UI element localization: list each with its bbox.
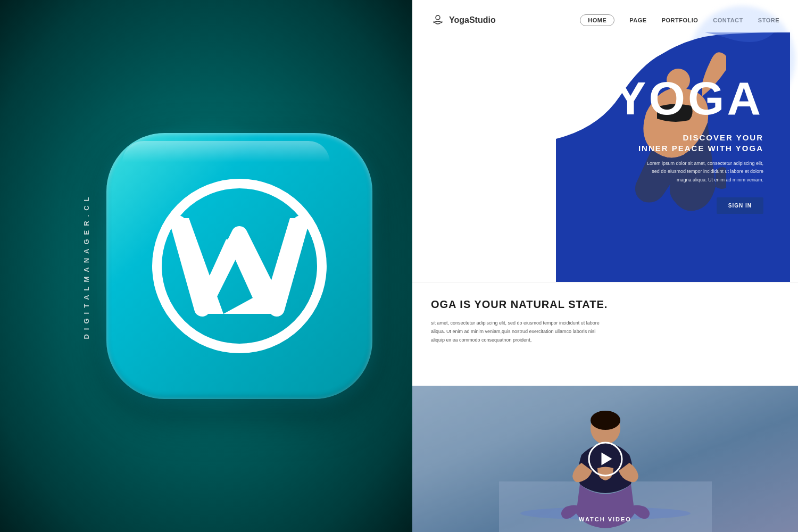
svg-point-7 bbox=[433, 21, 435, 23]
wordpress-icon bbox=[106, 133, 372, 399]
sign-in-button[interactable]: SIGN IN bbox=[717, 197, 763, 214]
site-logo: YogaStudio bbox=[431, 13, 496, 27]
watch-video-label: WATCH VIDEO bbox=[579, 516, 631, 522]
video-section: WATCH VIDEO bbox=[412, 386, 798, 532]
svg-point-8 bbox=[440, 21, 443, 23]
nav-portfolio[interactable]: PORTFOLIO bbox=[662, 17, 699, 23]
svg-point-6 bbox=[436, 15, 440, 20]
left-panel: DIGITALMANAGER.CL bbox=[0, 0, 412, 532]
play-button[interactable] bbox=[588, 442, 622, 476]
natural-state-text: sit amet, consectetur adipiscing elit, s… bbox=[431, 319, 633, 345]
website-top: YogaStudio HOME PAGE PORTFOLIO CONTACT S… bbox=[412, 0, 798, 282]
natural-state-section: OGA IS YOUR NATURAL STATE. sit amet, con… bbox=[412, 282, 798, 388]
wordpress-icon-container bbox=[106, 133, 372, 399]
yoga-studio-logo-icon bbox=[431, 13, 445, 27]
svg-point-13 bbox=[591, 411, 620, 430]
yoga-main-title: YOGA bbox=[561, 75, 763, 122]
nav-page[interactable]: PAGE bbox=[629, 17, 646, 23]
right-panel: YogaStudio HOME PAGE PORTFOLIO CONTACT S… bbox=[412, 0, 798, 532]
brand-vertical-text: DIGITALMANAGER.CL bbox=[82, 193, 90, 339]
hero-section: YOGA DISCOVER YOUR INNER PEACE WITH YOGA… bbox=[431, 38, 779, 282]
hero-text-block: YOGA DISCOVER YOUR INNER PEACE WITH YOGA… bbox=[545, 54, 779, 230]
logo-text: YogaStudio bbox=[449, 15, 496, 25]
wordpress-logo-svg bbox=[149, 176, 330, 356]
yoga-description: Lorem ipsum dolor sit amet, consectetur … bbox=[561, 160, 763, 184]
play-icon bbox=[601, 453, 612, 466]
natural-state-title: OGA IS YOUR NATURAL STATE. bbox=[431, 298, 779, 311]
nav-home[interactable]: HOME bbox=[580, 14, 614, 26]
yoga-subtitle: DISCOVER YOUR INNER PEACE WITH YOGA bbox=[561, 132, 763, 153]
